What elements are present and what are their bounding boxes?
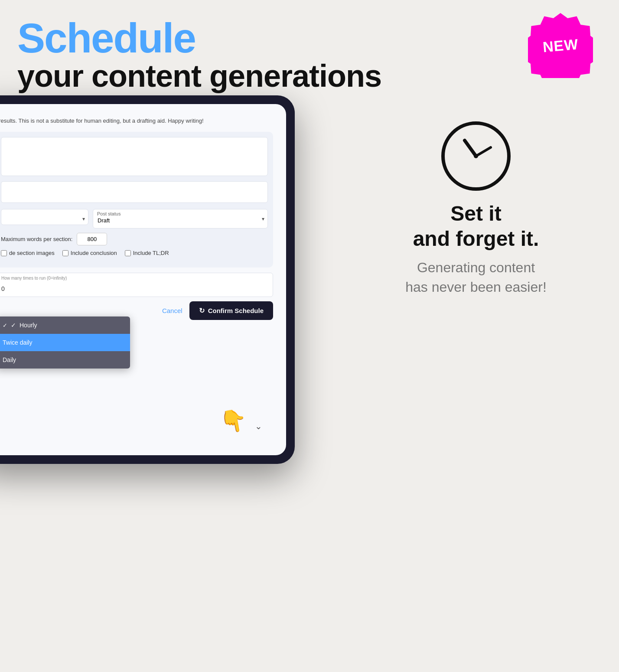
section-images-checkbox-item[interactable]: de section images xyxy=(1,250,55,256)
times-value: 0 xyxy=(1,285,5,292)
tldr-checkbox[interactable] xyxy=(125,250,131,256)
daily-label: Daily xyxy=(3,356,16,363)
post-status-wrapper: Post status Draft ▾ xyxy=(93,209,268,228)
hourly-label: Hourly xyxy=(20,322,37,329)
disclaimer-text: t results. This is not a substitute for … xyxy=(0,117,273,125)
tldr-checkbox-item[interactable]: Include TL;DR xyxy=(125,250,169,256)
tablet-screen: t results. This is not a substitute for … xyxy=(0,104,286,455)
right-headline-line2: and forget it. xyxy=(413,226,539,251)
post-status-label: Post status xyxy=(97,211,121,216)
confirm-schedule-label: Confirm Schedule xyxy=(208,307,264,314)
confirm-schedule-button[interactable]: ↻ Confirm Schedule xyxy=(189,301,273,320)
section-images-label: de section images xyxy=(9,250,55,256)
category-select[interactable] xyxy=(1,209,88,225)
right-headline-line1: Set it xyxy=(413,201,539,226)
schedule-row: How many times to run (0=infinity) 0 xyxy=(0,273,273,297)
right-headline: Set it and forget it. xyxy=(413,201,539,251)
header-section: Schedule your content generations xyxy=(17,17,381,93)
selects-row: ▾ Post status Draft ▾ xyxy=(1,209,268,228)
svg-point-2 xyxy=(474,154,478,158)
conclusion-checkbox[interactable] xyxy=(62,250,68,256)
header-subtitle: your content generations xyxy=(17,59,381,93)
short-textarea[interactable] xyxy=(1,181,268,203)
dropdown-item-hourly[interactable]: ✓ Hourly xyxy=(0,316,130,334)
words-input[interactable] xyxy=(77,233,107,245)
right-panel: Set it and forget it. Generating content… xyxy=(368,121,584,297)
twice-daily-label: Twice daily xyxy=(3,339,32,346)
frequency-dropdown: ✓ Hourly Twice daily Daily xyxy=(0,316,130,369)
right-subtext-line2: has never been easier! xyxy=(405,277,547,297)
right-subtext-line1: Generating content xyxy=(405,258,547,277)
dropdown-item-daily[interactable]: Daily xyxy=(0,351,130,369)
cursor-hand-icon: 👇 xyxy=(218,406,249,436)
hourly-checkmark: ✓ xyxy=(11,322,16,329)
form-area: ▾ Post status Draft ▾ Maximum words per … xyxy=(0,132,273,267)
checkboxes-row: de section images Include conclusion Inc… xyxy=(1,250,268,256)
dropdown-item-twice-daily[interactable]: Twice daily xyxy=(0,334,130,351)
conclusion-label: Include conclusion xyxy=(71,250,117,256)
header-schedule: Schedule xyxy=(17,17,381,59)
words-label: Maximum words per section: xyxy=(1,236,72,242)
refresh-icon: ↻ xyxy=(199,307,205,315)
tablet-device: t results. This is not a substitute for … xyxy=(0,95,295,464)
cancel-button[interactable]: Cancel xyxy=(162,307,182,314)
times-label: How many times to run (0=infinity) xyxy=(1,276,67,281)
times-input-box: How many times to run (0=infinity) 0 xyxy=(0,273,273,297)
words-row: Maximum words per section: xyxy=(1,233,268,245)
new-badge-text: NEW xyxy=(542,36,579,55)
conclusion-checkbox-item[interactable]: Include conclusion xyxy=(62,250,117,256)
clock-svg xyxy=(445,125,507,187)
screen-content: t results. This is not a substitute for … xyxy=(0,104,286,455)
right-subtext: Generating content has never been easier… xyxy=(405,258,547,297)
section-images-checkbox[interactable] xyxy=(1,250,7,256)
tldr-label: Include TL;DR xyxy=(133,250,169,256)
bottom-chevron-icon: ⌄ xyxy=(255,421,262,431)
svg-line-0 xyxy=(465,140,476,156)
new-badge: NEW xyxy=(528,13,593,78)
main-textarea[interactable] xyxy=(1,137,268,176)
clock-icon xyxy=(441,121,511,191)
svg-line-1 xyxy=(476,147,491,156)
category-select-wrapper: ▾ xyxy=(1,209,88,228)
